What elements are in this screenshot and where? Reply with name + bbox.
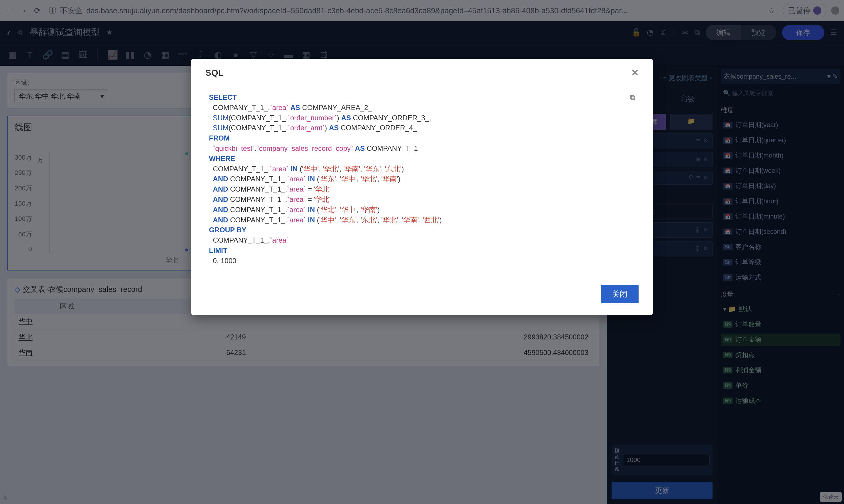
close-icon[interactable]: ✕ <box>631 68 639 78</box>
sql-content: ⧉SELECT COMPANY_T_1_.`area` AS COMPANY_A… <box>191 87 653 278</box>
copy-icon[interactable]: ⧉ <box>630 92 635 103</box>
modal-title: SQL <box>205 68 223 78</box>
sql-modal: SQL ✕ ⧉SELECT COMPANY_T_1_.`area` AS COM… <box>191 59 653 315</box>
close-button[interactable]: 关闭 <box>601 285 639 303</box>
modal-overlay[interactable]: SQL ✕ ⧉SELECT COMPANY_T_1_.`area` AS COM… <box>0 0 844 504</box>
